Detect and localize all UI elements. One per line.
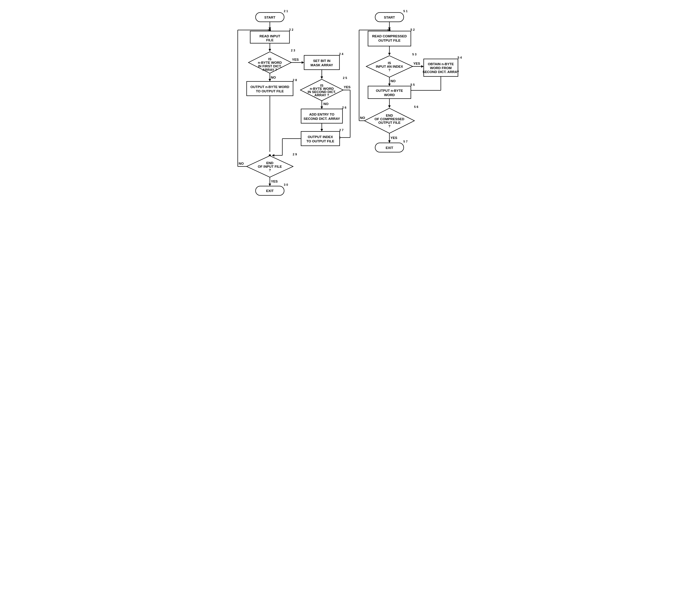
svg-marker-12 xyxy=(320,76,323,79)
read-input-label: READ INPUT xyxy=(259,34,280,38)
svg-marker-6 xyxy=(269,49,271,52)
d23-line1: IS xyxy=(268,57,272,61)
yes23-label: YES xyxy=(292,58,299,61)
svg-marker-57 xyxy=(388,83,391,86)
svg-marker-40 xyxy=(269,184,271,186)
step-51: 5 1 xyxy=(403,9,408,13)
yes53-label: YES xyxy=(413,62,420,65)
add-entry-label1: ADD ENTRY TO xyxy=(309,113,334,116)
start-label-51: START xyxy=(384,16,395,19)
step-29: 2 9 xyxy=(293,153,297,156)
d25-line4: ARRAY ? xyxy=(314,93,329,97)
no29-label: NO xyxy=(239,162,244,166)
step-30: 3 0 xyxy=(284,183,288,187)
svg-marker-68 xyxy=(388,140,391,143)
d23-line3: IN FIRST DICT. xyxy=(258,64,282,68)
no53-label: NO xyxy=(391,79,396,83)
output-nbyte-r-label2: WORD xyxy=(384,93,395,97)
output-index-label2: TO OUTPUT FILE xyxy=(306,139,334,143)
no25-label: NO xyxy=(323,102,329,106)
set-bit-label2: MASK ARRAY xyxy=(310,63,333,67)
d29-line1: END xyxy=(266,161,273,165)
no56-label: NO xyxy=(360,116,365,120)
svg-marker-28 xyxy=(272,154,274,157)
read-input-label2: FILE xyxy=(266,38,273,42)
svg-point-45 xyxy=(388,29,391,31)
svg-marker-48 xyxy=(388,53,391,55)
d56-line4: ? xyxy=(388,124,391,128)
step-53: 5 3 xyxy=(412,53,417,56)
step-24: 2 4 xyxy=(339,52,343,56)
obtain-label1: OBTAIN n-BYTE xyxy=(428,62,454,66)
obtain-label3: SECOND DICT. ARRAY xyxy=(422,70,459,74)
read-comp-label1: READ COMPRESSED xyxy=(372,34,407,38)
output-nbyte-r-label1: OUTPUT n-BYTE xyxy=(376,89,403,93)
d56-line2: OF COMPRESSED xyxy=(374,117,404,121)
step-56: 5 6 xyxy=(414,105,418,109)
d29-line3: ? xyxy=(269,168,271,172)
exit-label-57: EXIT xyxy=(385,146,393,150)
yes29-label: YES xyxy=(271,179,278,183)
step-27: 2 7 xyxy=(339,129,343,132)
svg-marker-61 xyxy=(388,105,391,108)
svg-marker-9 xyxy=(302,61,304,64)
svg-marker-30 xyxy=(269,79,271,81)
read-comp-label2: OUTPUT FILE xyxy=(378,39,400,42)
d23-line4: ARRAY ? xyxy=(262,68,277,72)
step-25: 2 5 xyxy=(343,76,347,80)
step-22: 2 2 xyxy=(289,28,293,32)
start-label-21: START xyxy=(264,16,275,19)
d56-line1: END xyxy=(386,114,393,117)
step-55: 5 5 xyxy=(411,83,415,86)
step-57: 5 7 xyxy=(403,140,408,143)
step-52: 5 2 xyxy=(411,28,415,32)
yes56-label: YES xyxy=(391,136,397,140)
svg-marker-38 xyxy=(268,29,269,31)
right-flowchart: .step { font-size: 17px; font-weight: bo… xyxy=(357,7,461,204)
no23-label: NO xyxy=(271,76,276,79)
exit-label-30: EXIT xyxy=(266,189,274,193)
left-flowchart: .step { font-size: 17px; font-weight: bo… xyxy=(232,7,343,204)
d56-line3: OUTPUT FILE xyxy=(378,121,400,124)
step-21: 2 1 xyxy=(284,9,288,13)
d23-line2: n-BYTE WORD xyxy=(258,61,282,64)
step-26: 2 6 xyxy=(342,106,346,109)
svg-marker-66 xyxy=(388,29,388,31)
d53-line3: ? xyxy=(388,68,391,72)
output-nbyte-label2: TO OUTPUT FILE xyxy=(256,89,284,93)
add-entry-label2: SECOND DICT. ARRAY xyxy=(303,117,340,120)
d29-line2: OF INPUT FILE xyxy=(258,165,282,169)
step-23: 2 3 xyxy=(291,49,295,52)
set-bit-label1: SET BIT IN xyxy=(313,59,330,63)
svg-marker-19 xyxy=(320,107,323,109)
svg-marker-22 xyxy=(320,129,323,132)
output-nbyte-label1: OUTPUT n-BYTE WORD xyxy=(251,85,289,89)
yes25-label: YES xyxy=(344,85,351,89)
d53-line1: IS xyxy=(388,61,391,65)
diagram-container: .step { font-size: 17px; font-weight: bo… xyxy=(229,4,464,207)
svg-point-3 xyxy=(269,29,271,31)
svg-marker-51 xyxy=(421,65,424,68)
step-28: 2 8 xyxy=(293,78,297,82)
obtain-label2: WORD FROM xyxy=(430,66,452,70)
d53-line2: INPUT AN INDEX xyxy=(376,65,403,69)
output-index-label1: OUTPUT INDEX xyxy=(308,135,333,139)
step-54: 5 4 xyxy=(458,56,462,59)
